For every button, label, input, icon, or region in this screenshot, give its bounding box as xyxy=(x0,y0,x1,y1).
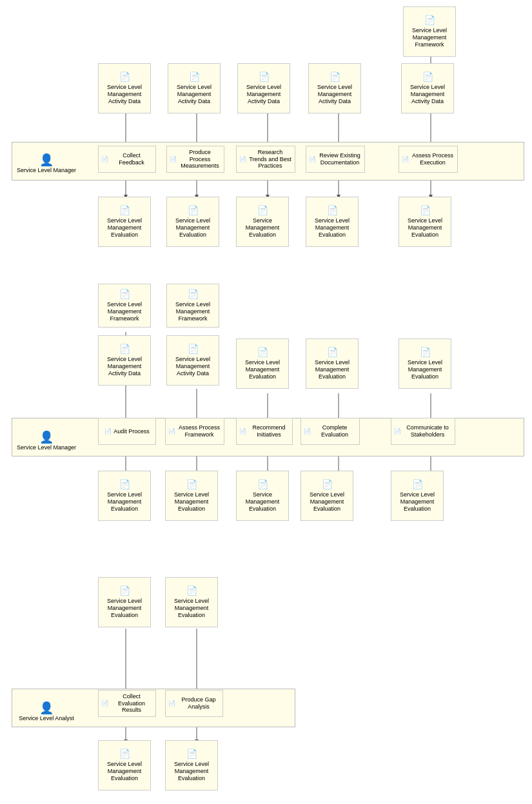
activity-communicate-stakeholders[interactable]: 📄 Communicate to Stakeholders xyxy=(391,418,455,445)
doc-eval-r3-out-2: 📄 Service Level Management Evaluation xyxy=(165,740,218,790)
doc-framework-2a: 📄 Service Level Management Framework xyxy=(98,284,151,328)
doc-eval-out-4: 📄 Service Level Management Evaluation xyxy=(306,197,359,247)
actor-service-level-analyst: 👤 Service Level Analyst xyxy=(14,698,79,725)
doc-eval-r3-out-1: 📄 Service Level Management Evaluation xyxy=(98,740,151,790)
doc-label: Service Level Management Framework xyxy=(406,27,453,48)
activity-audit-process[interactable]: 📄 Audit Process xyxy=(98,418,156,445)
activity-assess-process-execution[interactable]: 📄 Assess Process Execution xyxy=(399,146,458,173)
activity-label: Collect Evaluation Results xyxy=(110,693,153,714)
activity-icon: 📄 xyxy=(402,156,409,163)
doc-eval-r2-in-5: 📄 Service Level Management Evaluation xyxy=(399,338,451,389)
activity-icon: 📄 xyxy=(394,428,401,435)
activity-icon: 📄 xyxy=(168,428,175,435)
doc-label: Service Level Management Evaluation xyxy=(239,359,286,380)
doc-label: Service Level Management Framework xyxy=(101,301,148,322)
doc-label: Service Level Management Activity Data xyxy=(241,84,287,104)
activity-icon: 📄 xyxy=(239,156,246,163)
doc-eval-out-2: 📄 Service Level Management Evaluation xyxy=(166,197,219,247)
doc-label: Service Level Management Framework xyxy=(170,301,216,322)
doc-eval-r2-out-2: 📄 Service Level Management Evaluation xyxy=(165,471,218,521)
doc-label: Service Level Management Evaluation xyxy=(394,491,440,512)
activity-label: Assess Process Framework xyxy=(177,424,221,438)
doc-label: Service Level Management Evaluation xyxy=(168,761,215,781)
activity-complete-evaluation[interactable]: 📄 Complete Evaluation xyxy=(300,418,360,445)
activity-label: Research Trends and Best Practices xyxy=(248,149,292,170)
actor-label-1: Service Level Manager xyxy=(17,167,76,173)
doc-label: Service Level Management Evaluation xyxy=(304,491,350,512)
activity-label: Produce Process Measurements xyxy=(179,149,221,170)
doc-eval-r2-out-4: 📄 Service Level Management Evaluation xyxy=(300,471,353,521)
process-diagram: 👤 Service Level Manager 👤 Service Level … xyxy=(0,0,532,13)
actor-label-2: Service Level Manager xyxy=(17,444,76,451)
doc-eval-r2-out-1: 📄 Service Level Management Evaluation xyxy=(98,471,151,521)
doc-eval-r2-out-3: 📄 Service Management Evaluation xyxy=(236,471,289,521)
doc-label: Service Level Management Activity Data xyxy=(101,356,148,377)
activity-label: Review Existing Documentation xyxy=(318,152,362,166)
activity-label: Recommend Initiatives xyxy=(248,424,290,438)
activity-assess-process-framework[interactable]: 📄 Assess Process Framework xyxy=(165,418,224,445)
doc-activity-data-2: 📄 Service Level Management Activity Data xyxy=(168,63,221,113)
doc-label: Service Level Management Evaluation xyxy=(170,217,216,238)
activity-icon: 📄 xyxy=(170,156,177,163)
doc-eval-r3-in-1: 📄 Service Level Management Evaluation xyxy=(98,577,151,627)
activity-icon: 📄 xyxy=(168,700,175,707)
doc-label: Service Level Management Evaluation xyxy=(101,217,148,238)
doc-eval-out-5: 📄 Service Level Management Evaluation xyxy=(399,197,451,247)
activity-label: Communicate to Stakeholders xyxy=(403,424,452,438)
doc-label: Service Level Management Activity Data xyxy=(170,356,216,377)
doc-activity-data-r2-2: 📄 Service Level Management Activity Data xyxy=(166,335,219,386)
activity-research-trends[interactable]: 📄 Research Trends and Best Practices xyxy=(236,146,295,173)
arrows-svg xyxy=(0,0,532,804)
doc-label: Service Level Management Evaluation xyxy=(402,359,448,380)
doc-icon: 📄 xyxy=(424,15,435,26)
activity-collect-evaluation-results[interactable]: 📄 Collect Evaluation Results xyxy=(98,690,156,717)
activity-label: Assess Process Execution xyxy=(411,152,455,166)
activity-recommend-initiatives[interactable]: 📄 Recommend Initiatives xyxy=(236,418,293,445)
doc-label: Service Level Management Evaluation xyxy=(309,217,355,238)
doc-activity-data-3: 📄 Service Level Management Activity Data xyxy=(237,63,290,113)
activity-label: Complete Evaluation xyxy=(313,424,357,438)
activity-collect-feedback[interactable]: 📄 Collect Feedback xyxy=(98,146,156,173)
activity-icon: 📄 xyxy=(101,700,108,707)
activity-produce-gap-analysis[interactable]: 📄 Produce Gap Analysis xyxy=(165,690,223,717)
doc-activity-data-1: 📄 Service Level Management Activity Data xyxy=(98,63,151,113)
actor-service-level-manager-1: 👤 Service Level Manager xyxy=(14,147,79,179)
actor-service-level-manager-2: 👤 Service Level Manager xyxy=(14,424,79,456)
doc-eval-out-1: 📄 Service Level Management Evaluation xyxy=(98,197,151,247)
doc-label: Service Level Management Evaluation xyxy=(168,598,215,618)
doc-activity-data-5: 📄 Service Level Management Activity Data xyxy=(401,63,454,113)
doc-eval-out-3: 📄 Service Management Evaluation xyxy=(236,197,289,247)
doc-label: Service Level Management Activity Data xyxy=(311,84,358,104)
doc-label: Service Level Management Evaluation xyxy=(402,217,448,238)
activity-icon: 📄 xyxy=(239,428,246,435)
doc-label: Service Level Management Evaluation xyxy=(101,491,148,512)
doc-eval-r3-in-2: 📄 Service Level Management Evaluation xyxy=(165,577,218,627)
doc-eval-r2-out-5: 📄 Service Level Management Evaluation xyxy=(391,471,444,521)
activity-icon: 📄 xyxy=(309,156,316,163)
doc-label: Service Level Management Activity Data xyxy=(101,84,148,104)
doc-activity-data-r2-1: 📄 Service Level Management Activity Data xyxy=(98,335,151,386)
doc-eval-r2-in-4: 📄 Service Level Management Evaluation xyxy=(306,338,359,389)
doc-label: Service Level Management Evaluation xyxy=(309,359,355,380)
doc-eval-r2-in-3: 📄 Service Level Management Evaluation xyxy=(236,338,289,389)
doc-label: Service Level Management Evaluation xyxy=(168,491,215,512)
doc-label: Service Level Management Evaluation xyxy=(101,598,148,618)
doc-label: Service Level Management Activity Data xyxy=(404,84,451,104)
doc-label: Service Level Management Evaluation xyxy=(101,761,148,781)
activity-icon: 📄 xyxy=(304,428,311,435)
doc-framework-2b: 📄 Service Level Management Framework xyxy=(166,284,219,328)
activity-produce-process-measurements[interactable]: 📄 Produce Process Measurements xyxy=(166,146,224,173)
activity-label: Audit Process xyxy=(113,428,150,435)
doc-slm-framework-top: 📄 Service Level Management Framework xyxy=(403,6,456,57)
activity-review-existing-docs[interactable]: 📄 Review Existing Documentation xyxy=(306,146,365,173)
actor-label-3: Service Level Analyst xyxy=(19,715,74,721)
activity-icon: 📄 xyxy=(101,156,108,163)
doc-label: Service Management Evaluation xyxy=(239,217,286,238)
activity-label: Produce Gap Analysis xyxy=(177,696,220,711)
activity-label: Collect Feedback xyxy=(110,152,153,166)
doc-label: Service Management Evaluation xyxy=(239,491,286,512)
activity-icon: 📄 xyxy=(104,428,112,435)
doc-label: Service Level Management Activity Data xyxy=(171,84,217,104)
doc-activity-data-4: 📄 Service Level Management Activity Data xyxy=(308,63,361,113)
